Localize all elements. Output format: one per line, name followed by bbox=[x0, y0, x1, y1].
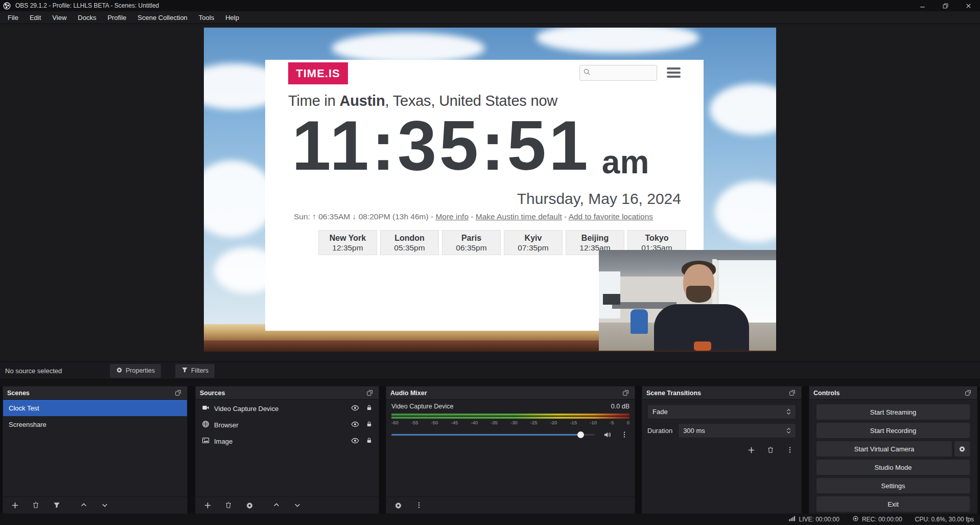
studio-mode-button[interactable]: Studio Mode bbox=[816, 460, 970, 475]
add-transition-button[interactable] bbox=[746, 445, 756, 455]
volume-slider[interactable] bbox=[391, 431, 595, 438]
image-icon bbox=[202, 437, 209, 446]
make-default-link: Make Austin time default bbox=[476, 212, 562, 221]
lock-icon[interactable] bbox=[366, 437, 372, 445]
city-time: 05:35pm bbox=[381, 243, 438, 253]
move-scene-down-button[interactable] bbox=[100, 500, 110, 510]
scenes-panel-header[interactable]: Scenes bbox=[3, 386, 187, 400]
spinbox-arrows-icon[interactable] bbox=[786, 428, 791, 433]
duration-label: Duration bbox=[647, 427, 672, 435]
menu-edit[interactable]: Edit bbox=[24, 11, 46, 24]
mixer-menu-dots-button[interactable] bbox=[414, 500, 424, 510]
filters-button[interactable]: Filters bbox=[175, 364, 215, 378]
popout-icon[interactable] bbox=[173, 388, 183, 398]
menu-profile[interactable]: Profile bbox=[102, 11, 132, 24]
move-scene-up-button[interactable] bbox=[79, 500, 89, 510]
mixer-level-db: 0.0 dB bbox=[611, 403, 629, 410]
source-properties-gear-button[interactable] bbox=[244, 500, 254, 510]
popout-icon[interactable] bbox=[364, 388, 375, 398]
city-tile: Kyiv 07:35pm bbox=[504, 230, 563, 255]
scene-filters-button[interactable] bbox=[52, 500, 62, 510]
scene-item-clock-test[interactable]: Clock Test bbox=[3, 400, 187, 416]
preview-canvas[interactable]: TIME.IS Time in Austin, Texas, United St… bbox=[204, 28, 776, 352]
source-toolbar: No source selected Properties Filters bbox=[0, 361, 980, 380]
add-source-button[interactable] bbox=[202, 500, 213, 510]
advanced-audio-gear-button[interactable] bbox=[393, 500, 403, 510]
start-recording-button[interactable]: Start Recording bbox=[816, 423, 970, 438]
city-name: Paris bbox=[442, 233, 500, 243]
start-virtual-camera-button[interactable]: Start Virtual Camera bbox=[816, 441, 952, 456]
menu-view[interactable]: View bbox=[46, 11, 72, 24]
menu-scene-collection[interactable]: Scene Collection bbox=[132, 11, 193, 24]
webcam-monitor bbox=[603, 294, 620, 305]
clock-meridiem: am bbox=[602, 146, 649, 180]
visibility-eye-icon[interactable] bbox=[351, 420, 359, 430]
transitions-header[interactable]: Scene Transitions bbox=[642, 386, 801, 400]
source-label: Browser bbox=[214, 421, 239, 429]
scene-transitions-panel: Scene Transitions Fade Duration 300 ms bbox=[642, 386, 802, 514]
remove-scene-button[interactable] bbox=[31, 500, 41, 510]
close-button[interactable] bbox=[957, 0, 980, 11]
menu-bar: File Edit View Docks Profile Scene Colle… bbox=[0, 11, 980, 24]
sources-panel-header[interactable]: Sources bbox=[196, 386, 379, 400]
live-time: LIVE: 00:00:00 bbox=[799, 516, 839, 523]
city-name: New York bbox=[319, 233, 377, 243]
controls-header[interactable]: Controls bbox=[809, 386, 977, 400]
settings-button[interactable]: Settings bbox=[816, 478, 970, 493]
webcam-person-beard bbox=[686, 286, 711, 303]
transition-select[interactable]: Fade bbox=[647, 404, 796, 419]
visibility-eye-icon[interactable] bbox=[351, 437, 359, 446]
audio-mixer-header[interactable]: Audio Mixer bbox=[386, 386, 635, 400]
controls-body: Start Streaming Start Recording Start Vi… bbox=[809, 400, 977, 513]
camera-icon bbox=[202, 404, 209, 413]
exit-button[interactable]: Exit bbox=[816, 496, 970, 512]
source-item-video-capture[interactable]: Video Capture Device bbox=[196, 401, 379, 416]
city-tile: Paris 06:35pm bbox=[442, 230, 501, 255]
obs-window: OBS 29.1.2 - Profile: LLHLS BETA - Scene… bbox=[0, 0, 980, 525]
properties-button[interactable]: Properties bbox=[110, 364, 161, 378]
timeis-logo: TIME.IS bbox=[288, 62, 348, 84]
stream-signal-icon bbox=[788, 515, 796, 523]
remove-source-button[interactable] bbox=[223, 500, 234, 510]
volume-slider-handle[interactable] bbox=[577, 431, 584, 438]
popout-icon[interactable] bbox=[620, 388, 631, 398]
sources-toolbar bbox=[196, 496, 379, 513]
speaker-icon[interactable] bbox=[602, 429, 612, 440]
city-time: 07:35pm bbox=[504, 243, 562, 253]
restore-button[interactable] bbox=[934, 0, 957, 11]
clock-row: 11:35:51 am bbox=[292, 104, 680, 180]
lock-icon[interactable] bbox=[366, 404, 372, 413]
source-status-text: No source selected bbox=[5, 367, 110, 375]
move-source-up-button[interactable] bbox=[271, 500, 282, 510]
lock-icon[interactable] bbox=[366, 421, 372, 429]
minimize-button[interactable] bbox=[911, 0, 934, 11]
remove-transition-button[interactable] bbox=[765, 445, 776, 455]
transition-properties-dots-button[interactable] bbox=[785, 445, 795, 455]
duration-spinbox[interactable]: 300 ms bbox=[678, 423, 796, 438]
volume-meter: -60-55-50-45-40-35-30-25-20-15-10-50 bbox=[391, 414, 629, 425]
add-scene-button[interactable] bbox=[10, 500, 20, 510]
popout-icon[interactable] bbox=[787, 388, 797, 398]
menu-file[interactable]: File bbox=[2, 11, 24, 24]
menu-tools[interactable]: Tools bbox=[193, 11, 220, 24]
start-streaming-button[interactable]: Start Streaming bbox=[816, 404, 970, 420]
menu-help[interactable]: Help bbox=[220, 11, 245, 24]
source-item-browser[interactable]: Browser bbox=[196, 417, 379, 432]
filters-label: Filters bbox=[191, 367, 208, 374]
record-dot-icon bbox=[852, 515, 859, 523]
mixer-item-menu-icon[interactable] bbox=[619, 429, 629, 440]
dock-area: Scenes Clock Test Screenshare bbox=[0, 386, 980, 514]
sources-list: Video Capture Device Browser bbox=[196, 400, 379, 513]
sources-panel: Sources Video Capture Device bbox=[195, 386, 379, 514]
menu-docks[interactable]: Docks bbox=[72, 11, 102, 24]
virtual-camera-config-button[interactable] bbox=[954, 441, 970, 456]
popout-icon[interactable] bbox=[963, 388, 973, 398]
city-tile: New York 12:35pm bbox=[318, 230, 377, 255]
status-bar: LIVE: 00:00:00 REC: 00:00:00 CPU: 0.6%, … bbox=[0, 514, 980, 525]
move-source-down-button[interactable] bbox=[292, 500, 302, 510]
source-item-image[interactable]: Image bbox=[196, 433, 379, 449]
combo-arrows-icon[interactable] bbox=[786, 409, 791, 415]
visibility-eye-icon[interactable] bbox=[351, 404, 359, 414]
scene-item-screenshare[interactable]: Screenshare bbox=[3, 416, 187, 432]
sources-panel-title: Sources bbox=[200, 390, 225, 397]
